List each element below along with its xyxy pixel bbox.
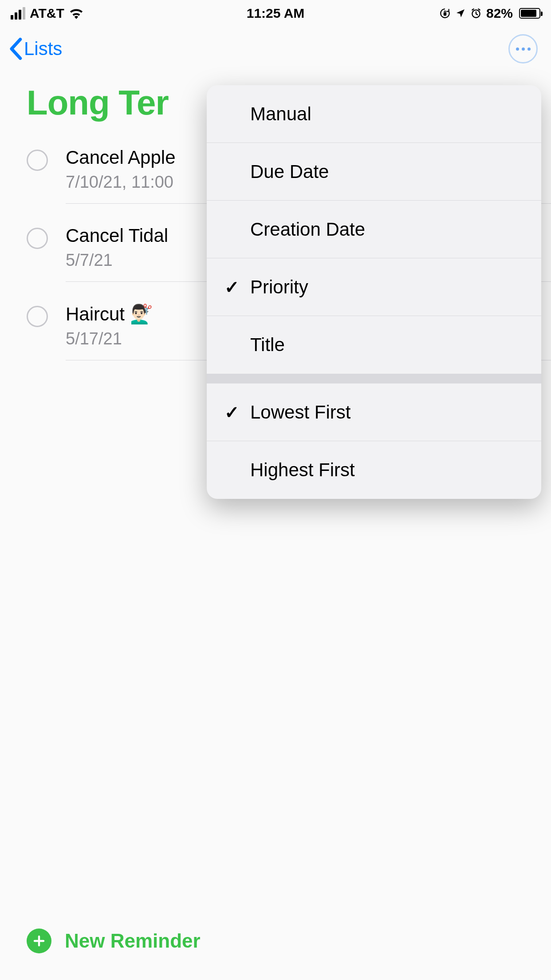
battery-percent-label: 82% [486,6,513,21]
checkmark-icon: ✓ [224,402,240,423]
sort-option-creation-date[interactable]: Creation Date [207,201,541,258]
sort-option-priority[interactable]: ✓ Priority [207,258,541,316]
chevron-left-icon [9,38,22,60]
sort-direction-lowest-first[interactable]: ✓ Lowest First [207,383,541,441]
status-right: 82% [439,6,540,21]
status-left: AT&T [11,6,84,21]
new-reminder-button[interactable]: New Reminder [27,929,201,953]
sort-option-manual[interactable]: Manual [207,85,541,143]
sort-direction-label: Lowest First [250,402,350,423]
wifi-icon [69,8,84,19]
new-reminder-label: New Reminder [65,930,201,952]
sort-option-label: Creation Date [250,219,365,240]
cellular-signal-icon [11,7,25,20]
sort-option-title[interactable]: Title [207,316,541,374]
rotation-lock-icon [439,8,451,19]
sort-option-label: Manual [250,103,311,125]
back-button[interactable]: Lists [9,38,62,60]
sort-option-label: Due Date [250,161,329,182]
clock-label: 11:25 AM [247,6,305,21]
more-button[interactable] [508,34,538,63]
sort-option-label: Title [250,334,285,356]
menu-divider [207,374,541,383]
status-bar: AT&T 11:25 AM 82% [0,0,551,27]
complete-toggle[interactable] [27,306,48,327]
checkmark-icon: ✓ [224,277,240,297]
plus-circle-icon [27,929,51,953]
svg-rect-0 [444,12,447,16]
sort-option-label: Priority [250,277,308,298]
back-label: Lists [24,38,62,59]
location-icon [455,8,466,19]
complete-toggle[interactable] [27,228,48,249]
sort-direction-highest-first[interactable]: Highest First [207,441,541,499]
nav-bar: Lists [0,27,551,71]
battery-icon [519,8,540,19]
sort-option-due-date[interactable]: Due Date [207,143,541,201]
complete-toggle[interactable] [27,150,48,171]
ellipsis-icon [516,47,519,51]
alarm-icon [470,8,482,19]
sort-direction-label: Highest First [250,459,355,481]
carrier-label: AT&T [30,6,64,21]
sort-menu-popover: Manual Due Date Creation Date ✓ Priority… [207,85,541,499]
